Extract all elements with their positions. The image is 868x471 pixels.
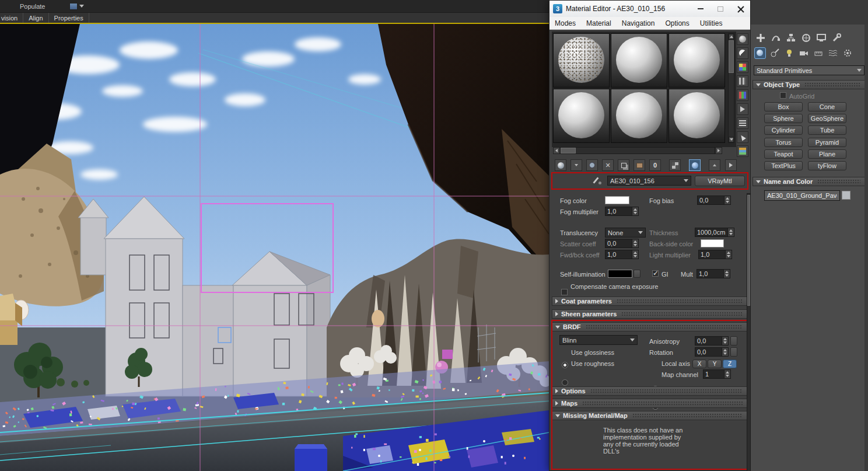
gi-checkbox[interactable] bbox=[652, 270, 659, 277]
slots-horizontal-scrollbar[interactable] bbox=[560, 147, 715, 154]
material-type-button[interactable]: VRayMtl bbox=[695, 176, 745, 186]
menu-material[interactable]: Material bbox=[581, 19, 617, 27]
shapes-category-icon[interactable] bbox=[770, 48, 779, 58]
hierarchy-tab-icon[interactable] bbox=[786, 33, 796, 43]
slots-scroll-right[interactable] bbox=[715, 147, 722, 154]
systems-category-icon[interactable] bbox=[843, 48, 852, 58]
viewport-3d-scene[interactable] bbox=[0, 24, 549, 471]
material-id-channel-icon[interactable]: 0 bbox=[649, 159, 661, 171]
button-cylinder[interactable]: Cylinder bbox=[764, 125, 803, 135]
menu-utilities[interactable]: Utilities bbox=[695, 19, 728, 27]
rollout-sheen-parameters[interactable]: Sheen parameters bbox=[552, 309, 748, 319]
sample-slot-1[interactable] bbox=[553, 33, 610, 88]
put-to-library-icon[interactable] bbox=[634, 159, 645, 171]
button-sphere[interactable]: Sphere bbox=[764, 114, 803, 123]
menu-modes[interactable]: Modes bbox=[550, 19, 581, 27]
sample-uv-tiling-icon[interactable] bbox=[737, 75, 748, 87]
sample-slot-4[interactable] bbox=[553, 89, 610, 143]
button-torus[interactable]: Torus bbox=[764, 138, 803, 147]
fog-color-swatch[interactable] bbox=[605, 196, 629, 204]
rotation-map-button[interactable] bbox=[730, 347, 737, 357]
slots-vertical-scrollbar[interactable] bbox=[728, 33, 734, 143]
button-teapot[interactable]: Teapot bbox=[764, 149, 803, 159]
rollout-maps[interactable]: Maps bbox=[552, 399, 748, 408]
button-box[interactable]: Box bbox=[764, 102, 803, 111]
backside-color-swatch[interactable] bbox=[701, 239, 724, 247]
sample-slot-2[interactable] bbox=[611, 33, 667, 88]
make-unique-icon[interactable] bbox=[618, 159, 629, 171]
self-illumination-swatch[interactable] bbox=[608, 270, 632, 278]
video-color-check-icon[interactable] bbox=[737, 89, 748, 101]
modify-tab-icon[interactable] bbox=[771, 33, 781, 43]
reset-map-icon[interactable]: ✕ bbox=[602, 159, 614, 171]
go-to-parent-icon[interactable] bbox=[709, 159, 720, 171]
tab-align[interactable]: Align bbox=[23, 13, 48, 23]
anisotropy-map-button[interactable] bbox=[730, 336, 737, 346]
sample-slot-5[interactable] bbox=[611, 89, 667, 143]
rollout-object-type[interactable]: Object Type bbox=[752, 80, 866, 89]
put-to-scene-icon[interactable] bbox=[570, 159, 582, 171]
helpers-category-icon[interactable] bbox=[814, 48, 823, 58]
fog-multiplier-spinner[interactable]: 1,0 bbox=[605, 207, 639, 216]
go-forward-to-sibling-icon[interactable] bbox=[725, 159, 737, 171]
panel-scrollbar[interactable] bbox=[864, 25, 868, 471]
button-plane[interactable]: Plane bbox=[808, 149, 846, 159]
show-shaded-material-in-viewport-icon[interactable] bbox=[689, 159, 701, 171]
tab-properties[interactable]: Properties bbox=[49, 13, 89, 23]
get-material-icon[interactable] bbox=[555, 159, 566, 171]
geometry-category-icon[interactable] bbox=[754, 47, 766, 59]
axis-x-button[interactable]: X bbox=[692, 360, 706, 368]
object-name-field[interactable]: AE30_010_Ground_Paven bbox=[764, 190, 840, 201]
mult-spinner[interactable]: 1,0 bbox=[696, 269, 730, 278]
cameras-category-icon[interactable] bbox=[799, 48, 808, 58]
rotation-spinner[interactable]: 0,0 bbox=[695, 347, 729, 357]
use-roughness-radio[interactable] bbox=[562, 379, 568, 386]
object-color-swatch[interactable] bbox=[842, 191, 850, 200]
rollout-name-and-color[interactable]: Name and Color bbox=[752, 177, 866, 186]
map-channel-spinner[interactable]: 1 bbox=[703, 369, 731, 379]
button-tube[interactable]: Tube bbox=[808, 125, 846, 135]
translucency-dropdown[interactable]: None bbox=[605, 228, 646, 238]
slots-scroll-left[interactable] bbox=[553, 147, 560, 154]
thickness-spinner[interactable]: 1000,0cm bbox=[695, 228, 734, 237]
sample-slot-3[interactable] bbox=[668, 33, 725, 88]
rollout-options[interactable]: Options bbox=[552, 386, 748, 396]
maximize-button[interactable] bbox=[710, 1, 730, 16]
menu-navigation[interactable]: Navigation bbox=[617, 19, 660, 27]
axis-z-button[interactable]: Z bbox=[723, 360, 737, 368]
axis-y-button[interactable]: Y bbox=[708, 360, 722, 368]
populate-menu[interactable]: Populate bbox=[20, 3, 45, 10]
use-glossiness-radio[interactable] bbox=[562, 362, 568, 368]
button-pyramid[interactable]: Pyramid bbox=[808, 138, 846, 147]
sample-slot-6[interactable] bbox=[668, 89, 725, 143]
light-multiplier-spinner[interactable]: 1,0 bbox=[698, 250, 732, 259]
utilities-tab-icon[interactable] bbox=[831, 33, 842, 43]
menu-options[interactable]: Options bbox=[660, 19, 694, 27]
display-tab-icon[interactable] bbox=[816, 33, 827, 43]
close-button[interactable] bbox=[730, 1, 750, 16]
button-textplus[interactable]: TextPlus bbox=[764, 161, 803, 170]
motion-tab-icon[interactable] bbox=[801, 33, 811, 43]
compensate-camera-exposure-checkbox[interactable] bbox=[561, 289, 568, 295]
background-icon[interactable] bbox=[737, 61, 748, 73]
populate-flyout-icon[interactable] bbox=[69, 3, 84, 10]
select-by-material-icon[interactable] bbox=[737, 131, 748, 143]
show-background-icon[interactable] bbox=[669, 159, 681, 171]
self-illumination-map-button[interactable] bbox=[634, 270, 640, 278]
backlight-icon[interactable] bbox=[737, 47, 748, 59]
minimize-button[interactable] bbox=[691, 1, 710, 16]
sample-type-icon[interactable] bbox=[737, 33, 748, 45]
material-map-navigator-icon[interactable] bbox=[737, 145, 748, 157]
rollout-missing-material-map[interactable]: Missing Material/Map bbox=[552, 411, 748, 420]
lights-category-icon[interactable] bbox=[785, 48, 794, 58]
pick-material-eyedropper-icon[interactable] bbox=[593, 176, 604, 186]
options-icon[interactable] bbox=[737, 117, 748, 129]
assign-material-to-selection-icon[interactable] bbox=[586, 159, 598, 171]
material-name-dropdown[interactable]: AE30_010_156 bbox=[607, 176, 691, 186]
primitive-category-dropdown[interactable]: Standard Primitives bbox=[754, 65, 864, 75]
material-editor-titlebar[interactable]: 3 Material Editor - AE30_010_156 bbox=[550, 1, 750, 17]
fog-bias-spinner[interactable]: 0,0 bbox=[697, 196, 731, 205]
fwdbck-coeff-spinner[interactable]: 1,0 bbox=[605, 250, 639, 259]
make-preview-icon[interactable] bbox=[737, 103, 748, 115]
params-scrollbar[interactable] bbox=[747, 193, 751, 471]
